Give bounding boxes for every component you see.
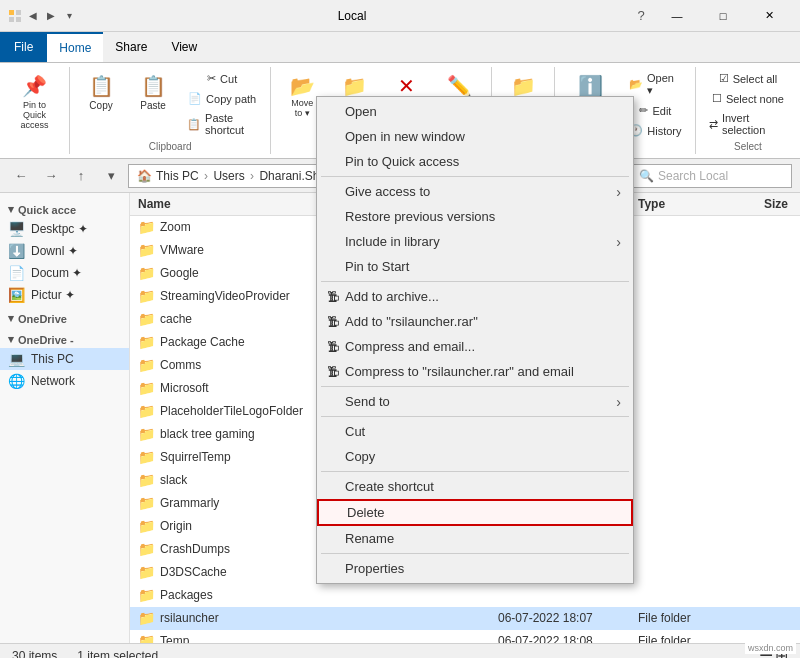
open-icon: 📂 <box>629 78 643 91</box>
file-name: Origin <box>160 519 192 533</box>
sidebar-section-quickaccess[interactable]: ▾ Quick acce <box>0 197 129 218</box>
file-name: CrashDumps <box>160 542 230 556</box>
file-size <box>730 318 800 320</box>
tab-share[interactable]: Share <box>103 32 159 62</box>
file-row[interactable]: 📁 rsilauncher 06-07-2022 18:07 File fold… <box>130 607 800 630</box>
maximize-button[interactable]: □ <box>700 0 746 32</box>
copy-icon: 📋 <box>89 74 114 98</box>
ctx-delete[interactable]: Delete <box>317 499 633 526</box>
file-size <box>730 594 800 596</box>
file-type <box>630 387 730 389</box>
file-size <box>730 341 800 343</box>
chevron-icon: ▾ <box>8 312 14 325</box>
sidebar-item-documents[interactable]: 📄 Docum ✦ <box>0 262 129 284</box>
selected-count: 1 item selected <box>77 649 158 659</box>
window-title: Local <box>76 9 628 23</box>
ctx-add-archive[interactable]: 🗜 Add to archive... <box>317 284 633 309</box>
select-none-icon: ☐ <box>712 92 722 105</box>
move-to-icon: 📂 <box>290 74 315 98</box>
ctx-restore-versions[interactable]: Restore previous versions <box>317 204 633 229</box>
file-icon: 📁 <box>138 541 155 557</box>
file-icon: 📁 <box>138 311 155 327</box>
ctx-send-to[interactable]: Send to <box>317 389 633 414</box>
file-type <box>630 272 730 274</box>
file-name: SquirrelTemp <box>160 450 231 464</box>
file-icon: 📁 <box>138 610 155 626</box>
file-type <box>630 295 730 297</box>
sidebar-item-downloads[interactable]: ⬇️ Downl ✦ <box>0 240 129 262</box>
ctx-sep6 <box>321 553 629 554</box>
sidebar-item-pictures[interactable]: 🖼️ Pictur ✦ <box>0 284 129 306</box>
ctx-create-shortcut[interactable]: Create shortcut <box>317 474 633 499</box>
ctx-open-new-window[interactable]: Open in new window <box>317 124 633 149</box>
ctx-copy-label: Copy <box>345 449 375 464</box>
help-button[interactable]: ? <box>628 3 654 29</box>
file-type <box>630 594 730 596</box>
file-size <box>730 479 800 481</box>
tab-home[interactable]: Home <box>47 32 103 62</box>
close-button[interactable]: ✕ <box>746 0 792 32</box>
paste-button[interactable]: 📋 Paste <box>128 69 178 116</box>
ctx-properties[interactable]: Properties <box>317 556 633 581</box>
down-arrow-icon[interactable]: ▾ <box>62 9 76 23</box>
ribbon: File Home Share View <box>0 32 800 63</box>
pin-to-quick-access-button[interactable]: 📌 Pin to Quickaccess <box>6 69 63 135</box>
cut-button[interactable]: ✂ Cut <box>180 69 264 88</box>
sidebar-item-network[interactable]: 🌐 Network <box>0 370 129 392</box>
sidebar-section-onedrive[interactable]: ▾ OneDrive <box>0 306 129 327</box>
paste-shortcut-button[interactable]: 📋 Paste shortcut <box>180 109 264 139</box>
ctx-add-rar[interactable]: 🗜 Add to "rsilauncher.rar" <box>317 309 633 334</box>
invert-icon: ⇄ <box>709 118 718 131</box>
minimize-button[interactable]: — <box>654 0 700 32</box>
ctx-sep2 <box>321 281 629 282</box>
ctx-pin-quick-access[interactable]: Pin to Quick access <box>317 149 633 174</box>
tab-file[interactable]: File <box>0 32 47 62</box>
ctx-give-access[interactable]: Give access to <box>317 179 633 204</box>
sidebar-item-thispc[interactable]: 💻 This PC <box>0 348 129 370</box>
ctx-shortcut-label: Create shortcut <box>345 479 434 494</box>
file-icon: 📁 <box>138 449 155 465</box>
sidebar-item-desktop[interactable]: 🖥️ Desktpc ✦ <box>0 218 129 240</box>
ctx-cut[interactable]: Cut <box>317 419 633 444</box>
back-arrow-icon[interactable]: ◀ <box>26 9 40 23</box>
tab-view[interactable]: View <box>159 32 209 62</box>
copy-path-button[interactable]: 📄 Copy path <box>180 89 264 108</box>
ctx-compress-email[interactable]: 🗜 Compress and email... <box>317 334 633 359</box>
copy-button[interactable]: 📋 Copy <box>76 69 126 116</box>
up-button[interactable]: ↑ <box>68 163 94 189</box>
ctx-include-library[interactable]: Include in library <box>317 229 633 254</box>
ctx-pin-start[interactable]: Pin to Start <box>317 254 633 279</box>
file-type <box>630 318 730 320</box>
file-name: Packages <box>160 588 213 602</box>
recent-dropdown[interactable]: ▾ <box>98 163 124 189</box>
select-all-label: Select all <box>733 73 778 85</box>
file-row[interactable]: 📁 Packages <box>130 584 800 607</box>
select-none-button[interactable]: ☐ Select none <box>702 89 794 108</box>
ctx-open-new-window-label: Open in new window <box>345 129 465 144</box>
ctx-send-label: Send to <box>345 394 390 409</box>
ctx-restore-label: Restore previous versions <box>345 209 495 224</box>
file-type <box>630 226 730 228</box>
ctx-compress-rar-email[interactable]: 🗜 Compress to "rsilauncher.rar" and emai… <box>317 359 633 384</box>
ctx-properties-icon <box>323 559 343 579</box>
sidebar-section-onedrive2[interactable]: ▾ OneDrive - <box>0 327 129 348</box>
ctx-properties-label: Properties <box>345 561 404 576</box>
select-none-label: Select none <box>726 93 784 105</box>
cut-label: Cut <box>220 73 237 85</box>
ctx-rename[interactable]: Rename <box>317 526 633 551</box>
header-type: Type <box>630 195 730 213</box>
properties-icon: ℹ️ <box>578 74 603 98</box>
forward-button[interactable]: → <box>38 163 64 189</box>
ctx-cut-label: Cut <box>345 424 365 439</box>
search-icon: 🔍 <box>639 169 654 183</box>
forward-arrow-icon[interactable]: ▶ <box>44 9 58 23</box>
invert-selection-button[interactable]: ⇄ Invert selection <box>702 109 794 139</box>
select-all-button[interactable]: ☑ Select all <box>702 69 794 88</box>
ctx-open[interactable]: Open <box>317 99 633 124</box>
back-button[interactable]: ← <box>8 163 34 189</box>
file-size <box>730 387 800 389</box>
search-bar[interactable]: 🔍 Search Local <box>632 164 792 188</box>
file-name: VMware <box>160 243 204 257</box>
ctx-copy[interactable]: Copy <box>317 444 633 469</box>
file-row[interactable]: 📁 Temp 06-07-2022 18:08 File folder <box>130 630 800 643</box>
